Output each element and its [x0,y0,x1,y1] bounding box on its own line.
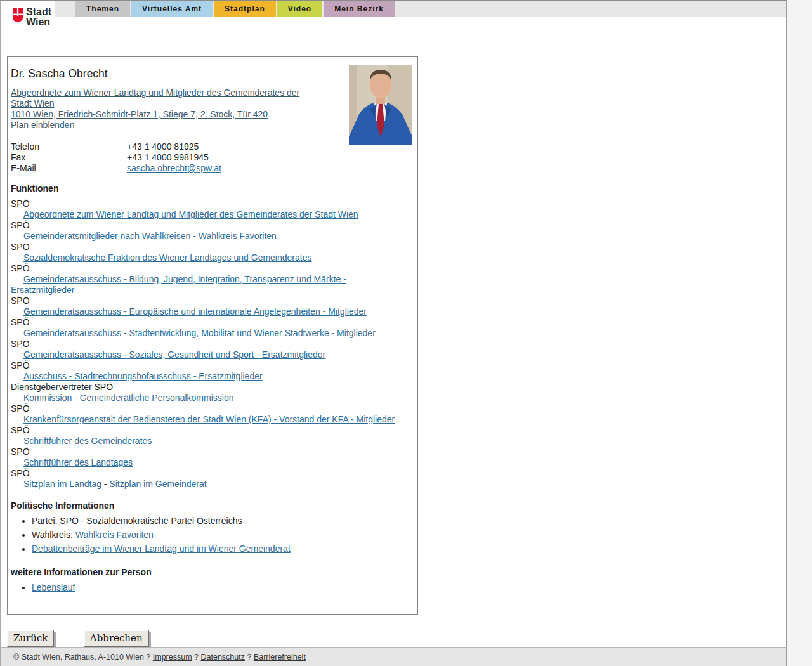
page-container: ThemenVirtuelles AmtStadtplanVideoMein B… [0,0,787,666]
main-content: Dr. Sascha Obrecht Abgeordnete zum Wiene… [1,30,786,647]
wahlkreis-favoriten-link[interactable]: Wahlkreis Favoriten [75,530,154,540]
list-item: Partei: SPÖ - Sozialdemokratische Partei… [32,516,412,526]
tab-themen[interactable]: Themen [75,1,130,17]
function-link[interactable]: Sitzplan im Landtag [23,479,102,489]
contact-label: E-Mail [11,163,127,174]
political-heading: Politische Informationen [11,500,412,511]
list-item: Debattenbeiträge im Wiener Landtag und i… [32,544,412,554]
more-info-list: Lebenslauf [11,582,412,593]
profile-link-3[interactable]: Plan einblenden [11,120,312,131]
function-org: SPÖ [11,242,412,252]
footer-link-barrierefreiheit[interactable]: Barrierefreiheit [254,653,306,662]
list-item: Lebenslauf [32,582,412,593]
function-link[interactable]: Schriftführer des Gemeinderates [23,436,152,446]
zurueck-button[interactable]: Zurück [7,630,54,647]
site-header: ThemenVirtuelles AmtStadtplanVideoMein B… [1,1,786,30]
function-org: SPÖ [11,468,412,479]
footer-links: ? Impressum ? Datenschutz ? Barrierefrei… [144,653,306,662]
footer-copyright: © Stadt Wien, Rathaus, A-1010 Wien [13,653,144,662]
bullet-text: Partei: SPÖ - Sozialdemokratische Partei… [32,516,242,526]
functions-heading: Funktionen [11,183,412,193]
function-org: SPÖ [11,296,412,306]
tab-virtuelles-amt[interactable]: Virtuelles Amt [131,1,213,17]
bullet-text: Wahlkreis: [32,530,75,540]
function-link[interactable]: Abgeordnete zum Wiener Landtag und Mitgl… [23,209,358,219]
action-buttons: Zurück Abbrechen [7,630,786,647]
function-org: SPÖ [11,263,412,274]
function-org: Dienstgebervertreter SPÖ [11,382,412,393]
function-link-line: Sitzplan im Landtag - Sitzplan im Gemein… [11,479,412,490]
debattenbeiträge-im-wiener-link[interactable]: Debattenbeiträge im Wiener Landtag und i… [32,544,291,554]
list-item: Wahlkreis: Wahlkreis Favoriten [32,530,412,540]
function-org: SPÖ [11,360,412,371]
email-link[interactable]: sascha.obrecht@spw.at [127,163,221,174]
function-org: SPÖ [11,220,412,231]
function-link-line: Gemeinderatsausschuss - Bildung, Jugend,… [11,274,412,296]
contact-value: +43 1 4000 9981945 [127,152,209,163]
contact-label: Telefon [11,141,127,152]
page-footer: © Stadt Wien, Rathaus, A-1010 Wien ? Imp… [1,647,786,666]
function-link[interactable]: Schriftführer des Landtages [23,457,133,467]
function-link-line: Gemeinderatsausschuss - Soziales, Gesund… [11,349,412,360]
profile-top-links: Abgeordnete zum Wiener Landtag und Mitgl… [11,88,312,131]
more-info-heading: weitere Informationen zur Person [11,567,412,577]
tab-video[interactable]: Video [277,1,322,17]
function-link[interactable]: Gemeinderatsausschuss - Soziales, Gesund… [23,349,325,360]
contact-value: +43 1 4000 81925 [127,141,199,152]
profile-link-1[interactable]: Abgeordnete zum Wiener Landtag und Mitgl… [11,88,312,109]
function-link-line: Gemeinderatsmitglieder nach Wahlkreisen … [11,231,412,242]
wien-shield-icon [13,6,23,25]
tab-stadtplan[interactable]: Stadtplan [214,1,276,17]
function-link[interactable]: Sozialdemokratische Fraktion des Wiener … [23,252,311,263]
tab-mein-bezirk[interactable]: Mein Bezirk [324,1,395,17]
political-list: Partei: SPÖ - Sozialdemokratische Partei… [11,516,412,554]
function-org: SPÖ [11,339,412,349]
function-link[interactable]: Gemeinderatsausschuss - Stadtentwicklung… [23,328,376,338]
function-link-line: Sozialdemokratische Fraktion des Wiener … [11,252,412,263]
nav-tabstrip: ThemenVirtuelles AmtStadtplanVideoMein B… [55,1,786,17]
abbrechen-button[interactable]: Abbrechen [84,630,149,647]
logo-text: Stadt Wien [26,6,51,27]
function-link[interactable]: Gemeinderatsausschuss - Europäische und … [23,306,367,317]
function-link-line: Schriftführer des Gemeinderates [11,436,412,447]
function-link[interactable]: Krankenfürsorgeanstalt der Bediensteten … [23,414,395,424]
function-org: SPÖ [11,447,412,457]
function-link-line: Gemeinderatsausschuss - Stadtentwicklung… [11,328,412,339]
function-link-line: Abgeordnete zum Wiener Landtag und Mitgl… [11,209,412,220]
function-link-line: Ausschuss - Stadtrechnungshofausschuss -… [11,371,412,382]
function-org: SPÖ [11,317,412,328]
function-link[interactable]: Kommission - Gemeinderätliche Personalko… [23,393,233,403]
function-link[interactable]: Sitzplan im Gemeinderat [109,479,206,489]
contact-block: Telefon+43 1 4000 81925Fax+43 1 4000 998… [11,141,412,174]
function-org: SPÖ [11,425,412,436]
contact-row: Fax+43 1 4000 9981945 [11,152,412,163]
function-link[interactable]: Gemeinderatsausschuss - Bildung, Jugend,… [11,274,346,295]
logo-line2: Wien [26,17,51,27]
function-link-line: Schriftführer des Landtages [11,457,412,468]
lebenslauf-link[interactable]: Lebenslauf [32,582,75,592]
footer-link-datenschutz[interactable]: Datenschutz [200,653,244,662]
contact-row: Telefon+43 1 4000 81925 [11,141,341,152]
function-link-line: Krankenfürsorgeanstalt der Bediensteten … [11,414,412,425]
stadt-wien-logo[interactable]: Stadt Wien [1,1,55,30]
footer-link-impressum[interactable]: Impressum [153,653,192,662]
functions-list: SPÖAbgeordnete zum Wiener Landtag und Mi… [11,199,412,490]
contact-label: Fax [11,152,127,163]
profile-link-2[interactable]: 1010 Wien, Friedrich-Schmidt-Platz 1, St… [11,109,312,120]
profile-box: Dr. Sascha Obrecht Abgeordnete zum Wiene… [7,56,418,615]
logo-line1: Stadt [26,7,51,17]
profile-photo [349,65,412,145]
function-link-line: Kommission - Gemeinderätliche Personalko… [11,393,412,403]
function-org: SPÖ [11,403,412,414]
contact-row: E-Mailsascha.obrecht@spw.at [11,163,412,174]
function-link-line: Gemeinderatsausschuss - Europäische und … [11,306,412,317]
function-link[interactable]: Ausschuss - Stadtrechnungshofausschuss -… [23,371,263,381]
function-org: SPÖ [11,199,412,209]
function-link[interactable]: Gemeinderatsmitglieder nach Wahlkreisen … [23,231,277,241]
